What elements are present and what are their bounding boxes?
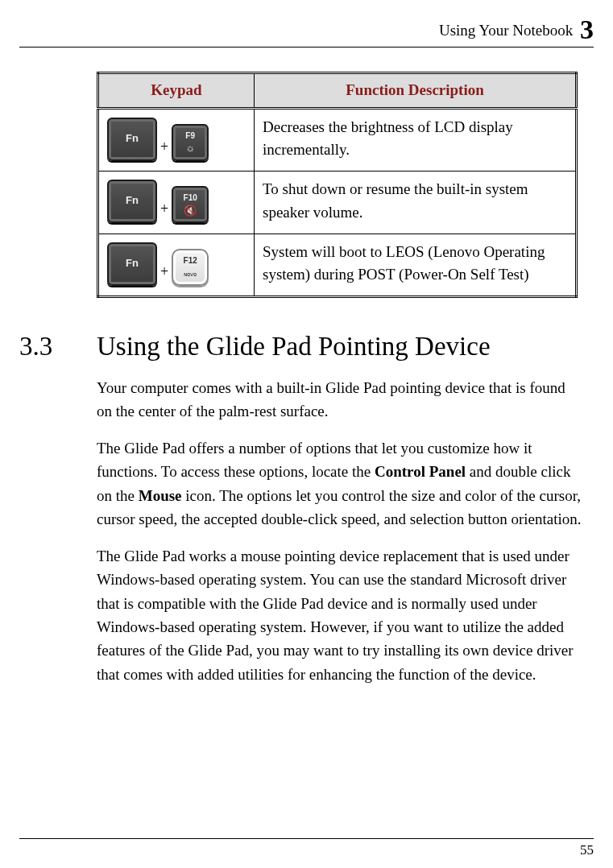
section-title: Using the Glide Pad Pointing Device (97, 332, 491, 362)
plus-separator: + (159, 198, 170, 223)
page-footer: 55 (19, 838, 594, 858)
fn-key-icon: Fn (107, 118, 157, 161)
novo-icon: ɴᴏᴠᴏ (173, 271, 207, 279)
paragraph: The Glide Pad works a mouse pointing dev… (97, 544, 584, 687)
keypad-cell: Fn + F10 🔇 (98, 172, 255, 234)
paragraph: The Glide Pad offers a number of options… (97, 436, 584, 531)
running-header: Using Your Notebook 3 (19, 14, 594, 48)
fn-key-icon: Fn (107, 242, 157, 286)
description-cell: Decreases the brightness of LCD display … (255, 108, 577, 172)
table-header-desc: Function Description (255, 73, 577, 109)
table-row: Fn + F12 ɴᴏᴠᴏ System will boot to LEOS (… (98, 234, 577, 297)
f10-key-icon: F10 🔇 (172, 186, 209, 223)
hotkey-table: Keypad Function Description Fn + (97, 72, 578, 298)
section-heading: 3.3 Using the Glide Pad Pointing Device (19, 332, 594, 362)
keypad-cell: Fn + F12 ɴᴏᴠᴏ (98, 234, 255, 297)
description-cell: To shut down or resume the built-in syst… (255, 172, 577, 234)
table-row: Fn + F9 ☼ Decreases the brightness of LC… (98, 108, 577, 172)
plus-separator: + (159, 136, 170, 161)
table-row: Fn + F10 🔇 To shut down or resume the bu… (98, 172, 577, 234)
fn-key-icon: Fn (107, 180, 157, 223)
table-header-keypad: Keypad (98, 73, 255, 109)
paragraph: Your computer comes with a built-in Glid… (97, 376, 584, 424)
f9-key-icon: F9 ☼ (172, 124, 209, 161)
mute-icon: 🔇 (173, 203, 207, 219)
running-title: Using Your Notebook (439, 22, 573, 39)
chapter-number: 3 (580, 14, 594, 44)
section-number: 3.3 (19, 332, 97, 362)
brightness-down-icon: ☼ (173, 140, 207, 156)
page-number: 55 (580, 842, 594, 858)
f12-key-icon: F12 ɴᴏᴠᴏ (172, 249, 209, 286)
keypad-cell: Fn + F9 ☼ (98, 108, 255, 172)
description-cell: System will boot to LEOS (Lenovo Operati… (255, 234, 577, 297)
plus-separator: + (159, 261, 170, 286)
